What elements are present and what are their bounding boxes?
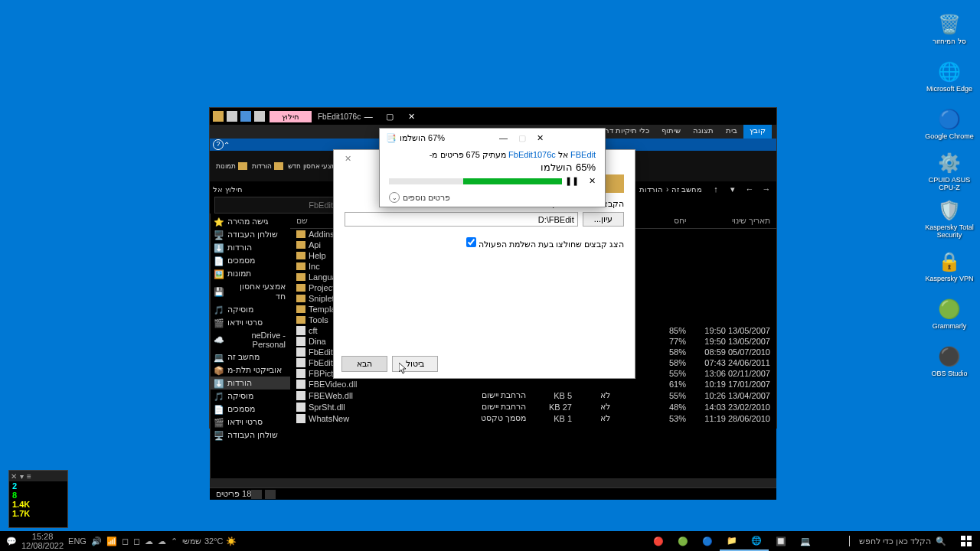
close-icon[interactable]: ✕: [11, 472, 17, 481]
nav-item[interactable]: מסמכים📄: [211, 403, 290, 416]
browse-button[interactable]: עיון...: [583, 212, 624, 227]
qat-icon[interactable]: [213, 111, 224, 122]
nav-item[interactable]: שולחן העבודה🖥️: [211, 429, 290, 442]
tray-wifi-icon[interactable]: 📶: [106, 536, 117, 546]
search-input[interactable]: [214, 197, 337, 214]
notification-icon[interactable]: 💬: [6, 536, 17, 546]
menu-item[interactable]: בית: [720, 125, 743, 139]
more-details-toggle[interactable]: פרטים נוספים ⌄: [389, 192, 596, 203]
nav-item[interactable]: סרטי וידאו🎬: [211, 416, 290, 429]
view-icons-icon[interactable]: [251, 490, 262, 499]
nav-item[interactable]: מוסיקה🎵: [211, 303, 290, 316]
progress-source-link[interactable]: FbEdit1076c: [508, 150, 556, 159]
cancel-button[interactable]: ביטול: [392, 356, 438, 372]
pause-copy-button[interactable]: ❚❚: [568, 176, 579, 186]
weather-widget[interactable]: ☀️ 32°C שמשי: [182, 536, 237, 546]
taskbar-app[interactable]: 💻: [793, 531, 818, 551]
taskbar-app[interactable]: 🔴: [646, 531, 671, 551]
nav-back-button[interactable]: →: [760, 184, 773, 194]
nav-item[interactable]: מוסיקה🎵: [211, 390, 290, 403]
chevron-down-icon[interactable]: ▾: [726, 184, 740, 194]
nav-item[interactable]: גישה מהירה⭐: [211, 215, 290, 228]
minimize-icon[interactable]: ―: [495, 133, 513, 142]
file-name: SprSht.dll: [309, 403, 345, 412]
file-row[interactable]: 28/06/2010 11:1953%לא1 KBמסמך טקסטWhatsN…: [290, 412, 776, 424]
view-details-icon[interactable]: [265, 490, 276, 499]
tray-app-icon[interactable]: ◻: [133, 536, 140, 546]
nav-item[interactable]: מסמכים📄: [211, 254, 290, 267]
menu-icon[interactable]: ≡: [27, 472, 31, 481]
taskbar-app[interactable]: 🔲: [769, 531, 793, 551]
collapse-icon[interactable]: ⌃: [224, 141, 230, 149]
help-icon[interactable]: ?: [213, 139, 224, 150]
taskbar-search[interactable]: 🔍הקלד כאן כדי לחפש: [853, 536, 952, 546]
file-row[interactable]: 17/01/2007 10:1961%FBEVideo.dll: [290, 379, 776, 390]
scrollbar-horizontal[interactable]: [210, 478, 776, 487]
taskbar-app[interactable]: 📁: [720, 531, 744, 551]
ribbon-tab-extract[interactable]: חילוץ: [270, 111, 312, 122]
menu-item[interactable]: שיתוף: [655, 125, 687, 139]
close-button[interactable]: ✕: [403, 109, 419, 123]
qat-icon[interactable]: [254, 111, 265, 122]
tray-app-icon[interactable]: ◻: [122, 536, 129, 546]
ribbon-destination[interactable]: הורדות: [252, 162, 283, 170]
minimize-button[interactable]: ―: [361, 109, 376, 123]
desktop-icon[interactable]: 🔵Google Chrome: [925, 101, 974, 147]
close-icon[interactable]: ✕: [531, 133, 550, 143]
tray-volume-icon[interactable]: 🔊: [91, 536, 102, 546]
nav-item[interactable]: אובייקטי תלת-מ📦: [211, 364, 290, 377]
nav-item[interactable]: תמונות🖼️: [211, 267, 290, 280]
nav-item[interactable]: הורדות⬇️: [211, 377, 290, 390]
chevron-down-icon[interactable]: ▾: [20, 472, 24, 481]
desktop-icon[interactable]: ⚙️CPUID ASUS CPU-Z: [925, 148, 974, 194]
desktop-icon[interactable]: 🌐Microsoft Edge: [925, 54, 974, 99]
breadcrumb-path[interactable]: הורדות: [639, 185, 663, 194]
file-row[interactable]: 13/04/2007 10:2655%לא5 KBהרחבת יישוםFBEW…: [290, 390, 776, 401]
taskbar-app[interactable]: 🔵: [695, 531, 720, 551]
file-icon: [296, 391, 305, 400]
desktop-icon[interactable]: 🗑️סל המיחזור: [925, 6, 974, 52]
maximize-icon[interactable]: ▢: [513, 133, 531, 143]
next-button[interactable]: הבא: [341, 356, 387, 372]
breadcrumb-this-pc[interactable]: מחשב זה: [671, 185, 702, 194]
nav-forward-button[interactable]: ←: [743, 184, 756, 194]
progress-dest-link[interactable]: FBEdit: [570, 150, 596, 159]
maximize-button[interactable]: ▢: [382, 109, 397, 123]
start-button[interactable]: [952, 531, 980, 551]
file-row[interactable]: 23/02/2010 14:0348%לא27 KBהרחבת יישוםSpr…: [290, 401, 776, 412]
nav-item[interactable]: סרטי וידאו🎬: [211, 316, 290, 329]
close-icon[interactable]: ✕: [340, 152, 355, 165]
tray-onedrive-icon[interactable]: ☁: [145, 536, 153, 546]
ribbon-destination[interactable]: תמונות: [216, 162, 247, 170]
nav-item[interactable]: הורדות⬇️: [211, 241, 290, 254]
nav-item[interactable]: אמצעי אחסון חד💾: [211, 280, 290, 303]
nav-pane[interactable]: גישה מהירה⭐שולחן העבודה🖥️הורדות⬇️מסמכים📄…: [210, 214, 290, 478]
nav-up-button[interactable]: ↑: [709, 184, 723, 194]
qat-icon[interactable]: [227, 111, 237, 122]
destination-input[interactable]: [345, 212, 578, 227]
menu-item[interactable]: תצוגה: [687, 125, 720, 139]
sysmon-titlebar[interactable]: ≡ ▾ ✕: [9, 471, 67, 481]
show-files-checkbox-input[interactable]: [466, 237, 476, 247]
tray-language[interactable]: ENG: [68, 536, 87, 546]
nav-item[interactable]: neDrive - Personal☁️: [211, 329, 290, 350]
desktop-icon[interactable]: 🟢Grammarly: [925, 291, 974, 337]
taskbar-app[interactable]: 🌐: [744, 531, 769, 551]
taskbar-clock[interactable]: 15:28 12/08/2022: [21, 532, 64, 550]
nav-item[interactable]: מחשב זה💻: [211, 350, 290, 364]
desktop-icon[interactable]: ⚫OBS Studio: [925, 338, 974, 384]
desktop-icon[interactable]: 🔒Kaspersky VPN: [925, 243, 974, 289]
progress-titlebar[interactable]: ✕ ▢ ― 67% הושלמו 📑: [380, 129, 605, 147]
col-ratio[interactable]: יחס: [648, 216, 686, 226]
task-view-button[interactable]: ⊞: [818, 531, 842, 551]
col-date[interactable]: תאריך שינוי: [686, 216, 770, 226]
tray-cloud-icon[interactable]: ☁: [158, 536, 166, 546]
nav-item[interactable]: שולחן העבודה🖥️: [211, 228, 290, 241]
taskbar-app[interactable]: 🟢: [671, 531, 695, 551]
qat-icon[interactable]: [240, 111, 251, 122]
desktop-icon[interactable]: 🛡️Kaspersky Total Security: [925, 196, 974, 242]
cancel-copy-button[interactable]: ✕: [585, 176, 596, 186]
menu-item[interactable]: קובץ: [743, 125, 772, 139]
tray-chevron-up-icon[interactable]: ⌃: [171, 536, 178, 546]
show-files-checkbox[interactable]: הצג קבצים שחולצו בעת השלמת הפעולה: [466, 240, 624, 249]
